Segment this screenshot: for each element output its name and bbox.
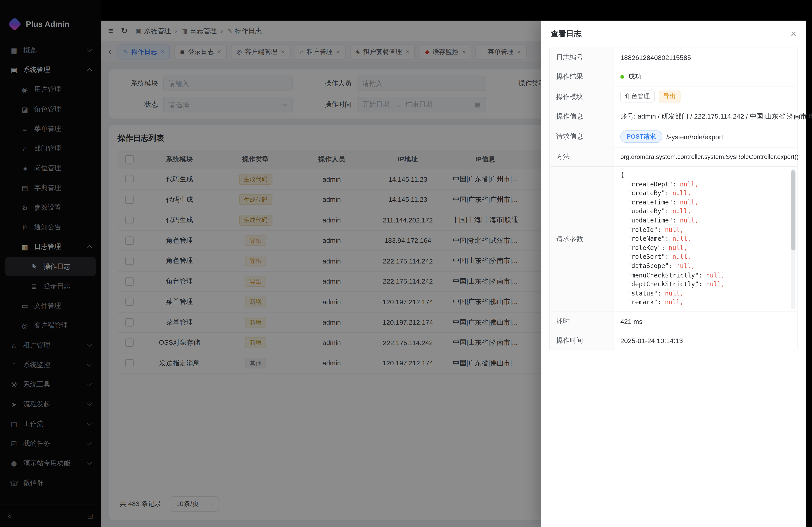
scrollbar-track[interactable] xyxy=(791,169,795,309)
action-tag: 导出 xyxy=(658,91,680,103)
operation-time-value: 2025-01-24 10:14:13 xyxy=(620,336,683,344)
result-value: 成功 xyxy=(628,72,642,81)
log-id-value: 1882612840802115585 xyxy=(620,54,691,61)
field-log-id: 日志编号 1882612840802115585 xyxy=(550,48,797,67)
duration-value: 421 ms xyxy=(620,318,642,325)
field-method: 方法 org.dromara.system.controller.system.… xyxy=(550,147,797,166)
method-value: org.dromara.system.controller.system.Sys… xyxy=(620,153,798,161)
scrollbar-thumb[interactable] xyxy=(791,170,795,251)
field-module: 操作模块 角色管理 导出 xyxy=(550,86,797,107)
request-params-json[interactable]: { "createDept":null, "createBy":null, "c… xyxy=(614,167,797,312)
post-method-tag: POST请求 xyxy=(620,131,662,143)
field-request: 请求信息 POST请求 /system/role/export xyxy=(550,126,797,147)
request-url: /system/role/export xyxy=(666,133,723,140)
success-dot-icon xyxy=(620,75,624,78)
field-info: 操作信息 账号: admin / 研发部门 / 222.175.114.242 … xyxy=(550,107,797,126)
drawer-title: 查看日志 xyxy=(551,29,582,39)
field-duration: 耗时 421 ms xyxy=(550,312,797,331)
field-result: 操作结果 成功 xyxy=(550,67,797,86)
app-root: Plus Admin ▦ 概览 ▣ 系统管理 ◉ 用户管理 ◪ 角色管理 xyxy=(0,0,812,527)
view-log-drawer: 查看日志 × 日志编号 1882612840802115585 操作结果 成功 … xyxy=(541,21,806,527)
log-detail-table: 日志编号 1882612840802115585 操作结果 成功 操作模块 角色… xyxy=(549,48,798,350)
field-params: 请求参数 { "createDept":null, "createBy":nul… xyxy=(550,166,797,312)
close-icon[interactable]: × xyxy=(791,29,797,39)
drawer-header: 查看日志 × xyxy=(541,21,806,47)
module-tag: 角色管理 xyxy=(620,91,655,103)
operation-info-value: 账号: admin / 研发部门 / 222.175.114.242 / 中国|… xyxy=(620,112,812,121)
field-time: 操作时间 2025-01-24 10:14:13 xyxy=(550,331,797,350)
